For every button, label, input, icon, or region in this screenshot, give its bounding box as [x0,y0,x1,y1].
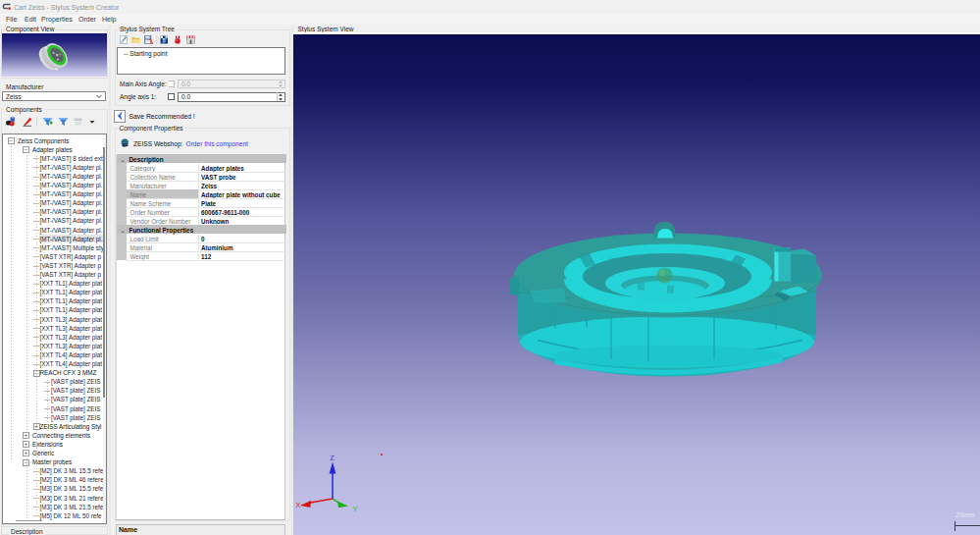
svg-text:Z: Z [330,454,335,462]
svg-text:Y: Y [353,505,358,513]
svg-text:X: X [296,501,301,509]
